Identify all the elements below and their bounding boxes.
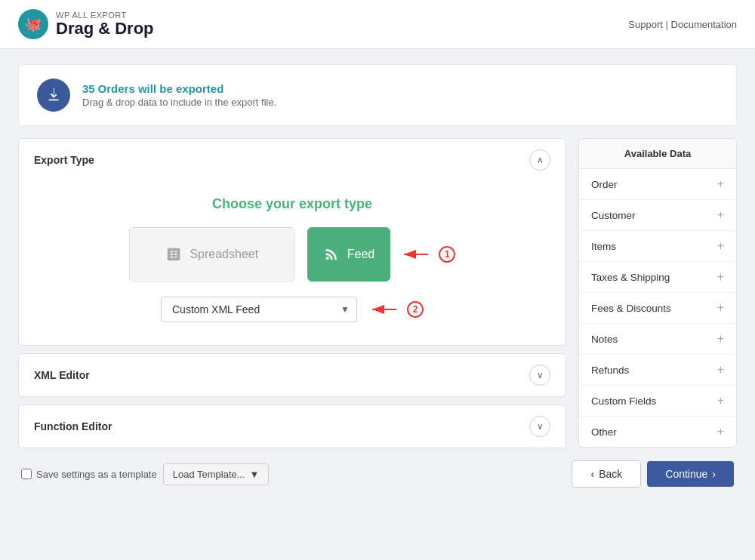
docs-link[interactable]: Documentation bbox=[671, 19, 737, 30]
data-item-plus: + bbox=[717, 394, 724, 408]
annotation-2: 2 bbox=[366, 301, 424, 318]
data-item[interactable]: Customer + bbox=[579, 200, 736, 231]
annotation-number-1: 1 bbox=[439, 246, 455, 263]
info-banner: 35 Orders will be exported Drag & drop d… bbox=[18, 64, 737, 126]
back-arrow-icon: ‹ bbox=[590, 468, 594, 480]
data-item-label: Custom Fields bbox=[591, 395, 656, 407]
save-template-label[interactable]: Save settings as a template bbox=[21, 469, 157, 480]
nav-buttons: ‹ Back Continue › bbox=[572, 460, 734, 488]
data-item-plus: + bbox=[717, 301, 724, 315]
info-icon-circle bbox=[37, 78, 70, 112]
red-arrow-1 bbox=[398, 247, 436, 262]
choose-title: Choose your export type bbox=[212, 196, 372, 212]
annotation-number-2: 2 bbox=[407, 301, 424, 318]
annotation-1: 1 bbox=[398, 246, 455, 263]
header: 🐙 WP ALL EXPORT Drag & Drop Support | Do… bbox=[0, 0, 755, 49]
data-item-label: Notes bbox=[591, 334, 618, 345]
data-item-label: Order bbox=[591, 179, 618, 190]
data-item-label: Taxes & Shipping bbox=[591, 272, 670, 283]
type-buttons: Spreadsheet Feed bbox=[37, 227, 547, 282]
xml-editor-label: XML Editor bbox=[34, 369, 90, 381]
save-template-checkbox[interactable] bbox=[21, 469, 32, 479]
data-item-plus: + bbox=[717, 239, 724, 253]
data-item[interactable]: Notes + bbox=[579, 324, 736, 355]
logo-area: 🐙 WP ALL EXPORT Drag & Drop bbox=[18, 9, 154, 39]
data-item[interactable]: Other + bbox=[579, 417, 736, 447]
export-title: Orders will be exported bbox=[98, 82, 224, 95]
xml-expand-toggle[interactable]: ∨ bbox=[529, 365, 550, 386]
available-data-title: Available Data bbox=[579, 139, 736, 169]
data-item[interactable]: Order + bbox=[579, 169, 736, 200]
feed-select-wrapper: Custom XML Feed Custom JSON Feed Google … bbox=[161, 297, 357, 322]
dropdown-row: Custom XML Feed Custom JSON Feed Google … bbox=[37, 297, 547, 322]
collapse-toggle[interactable]: ∧ bbox=[529, 149, 550, 171]
left-panel: Export Type ∧ Choose your export type Sp… bbox=[18, 138, 566, 448]
data-items-list: Order + Customer + Items + Taxes & Shipp… bbox=[579, 169, 736, 447]
support-link[interactable]: Support bbox=[628, 19, 663, 30]
data-item[interactable]: Fees & Discounts + bbox=[579, 293, 736, 324]
export-count: 35 bbox=[82, 82, 95, 95]
content-area: Export Type ∧ Choose your export type Sp… bbox=[18, 138, 737, 448]
data-item-plus: + bbox=[717, 270, 724, 284]
data-item[interactable]: Custom Fields + bbox=[579, 386, 736, 417]
main-container: 35 Orders will be exported Drag & drop d… bbox=[0, 49, 755, 503]
logo-icon: 🐙 bbox=[18, 9, 48, 39]
data-item-label: Fees & Discounts bbox=[591, 303, 671, 314]
export-type-section: Export Type ∧ Choose your export type Sp… bbox=[18, 138, 566, 346]
xml-editor-header[interactable]: XML Editor ∨ bbox=[19, 354, 565, 396]
save-template-area: Save settings as a template Load Templat… bbox=[21, 463, 269, 485]
data-item-plus: + bbox=[717, 177, 724, 191]
load-template-arrow: ▼ bbox=[250, 469, 260, 480]
continue-label: Continue bbox=[665, 468, 707, 480]
function-editor-section: Function Editor ∨ bbox=[18, 405, 566, 448]
continue-button[interactable]: Continue › bbox=[647, 461, 734, 487]
back-label: Back bbox=[599, 468, 622, 480]
data-item[interactable]: Items + bbox=[579, 231, 736, 262]
feed-button[interactable]: Feed bbox=[307, 227, 390, 282]
data-item[interactable]: Taxes & Shipping + bbox=[579, 262, 736, 293]
load-template-text: Load Template... bbox=[173, 469, 245, 480]
data-item-plus: + bbox=[717, 363, 724, 377]
header-links: Support | Documentation bbox=[628, 19, 737, 30]
data-item-plus: + bbox=[717, 332, 724, 346]
export-type-label: Export Type bbox=[34, 154, 94, 166]
banner-text: 35 Orders will be exported Drag & drop d… bbox=[82, 82, 276, 108]
footer-bar: Save settings as a template Load Templat… bbox=[18, 460, 737, 488]
available-data-panel: Available Data Order + Customer + Items … bbox=[578, 138, 737, 448]
spreadsheet-label: Spreadsheet bbox=[190, 248, 258, 261]
data-item-label: Other bbox=[591, 426, 617, 438]
continue-arrow-icon: › bbox=[712, 468, 716, 480]
feed-btn-group: Feed bbox=[307, 227, 455, 282]
download-icon bbox=[45, 87, 62, 103]
function-expand-toggle[interactable]: ∨ bbox=[529, 416, 550, 437]
app-name-bottom: Drag & Drop bbox=[56, 20, 154, 38]
data-item-label: Customer bbox=[591, 210, 636, 221]
spreadsheet-icon bbox=[165, 246, 182, 263]
red-arrow-2 bbox=[366, 302, 404, 317]
data-item-label: Items bbox=[591, 241, 616, 252]
link-separator: | bbox=[666, 19, 668, 30]
right-panel: Available Data Order + Customer + Items … bbox=[578, 138, 737, 448]
feed-label: Feed bbox=[347, 248, 374, 261]
export-type-body: Choose your export type Spreadsheet bbox=[19, 181, 565, 345]
xml-editor-section: XML Editor ∨ bbox=[18, 353, 566, 397]
data-item-plus: + bbox=[717, 425, 724, 438]
function-editor-label: Function Editor bbox=[34, 420, 112, 432]
data-item-label: Refunds bbox=[591, 365, 629, 376]
spreadsheet-button[interactable]: Spreadsheet bbox=[129, 227, 295, 282]
load-template-button[interactable]: Load Template... ▼ bbox=[163, 463, 270, 485]
back-button[interactable]: ‹ Back bbox=[572, 460, 641, 488]
data-item-plus: + bbox=[717, 208, 724, 222]
feed-icon bbox=[323, 246, 340, 263]
svg-text:🐙: 🐙 bbox=[25, 16, 42, 32]
export-subtitle: Drag & drop data to include in the expor… bbox=[82, 97, 276, 108]
data-item[interactable]: Refunds + bbox=[579, 355, 736, 386]
export-type-header[interactable]: Export Type ∧ bbox=[19, 139, 565, 181]
feed-type-select[interactable]: Custom XML Feed Custom JSON Feed Google … bbox=[161, 297, 357, 322]
save-label-text: Save settings as a template bbox=[36, 469, 157, 480]
logo-text: WP ALL EXPORT Drag & Drop bbox=[56, 11, 154, 38]
function-editor-header[interactable]: Function Editor ∨ bbox=[19, 405, 565, 448]
